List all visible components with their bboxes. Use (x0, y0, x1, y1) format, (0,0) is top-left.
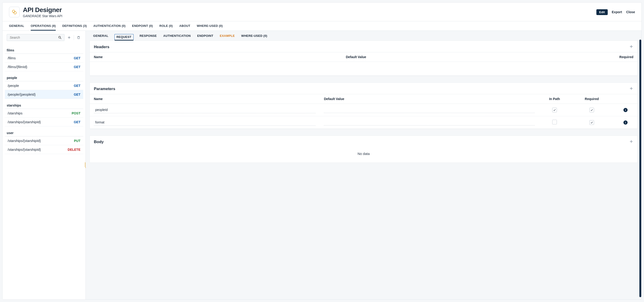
operation-path: /films (8, 56, 16, 60)
body-nodata: No data (90, 147, 638, 163)
operation-item[interactable]: /films GET (5, 54, 83, 63)
subtab-request[interactable]: REQUEST (114, 34, 134, 41)
svg-line-3 (60, 38, 61, 39)
tab-endpoint[interactable]: ENDPOINT (0) (132, 21, 153, 31)
add-operation-button[interactable] (66, 35, 72, 40)
svg-point-1 (14, 12, 16, 14)
col-inpath: In Path (539, 94, 570, 104)
col-info (614, 94, 638, 104)
body-card-header: Body (90, 136, 638, 147)
operation-method: DELETE (68, 148, 80, 152)
headers-empty (90, 62, 638, 76)
add-parameter-button[interactable] (629, 86, 633, 91)
tab-definitions[interactable]: DEFINITIONS (3) (62, 21, 87, 31)
operation-path: /films/{filmId} (8, 65, 27, 69)
subtab-authentication[interactable]: AUTHENTICATION (163, 34, 191, 41)
operation-group: films (5, 46, 83, 54)
parameters-card-header: Parameters (90, 83, 638, 94)
headers-table: Name Default Value Required (90, 52, 638, 62)
col-required: Required (561, 52, 638, 62)
col-default: Default Value (320, 94, 539, 104)
page-subtitle: GANDRADE Star Wars API (23, 14, 62, 18)
operation-item[interactable]: /starships/{starshipId} PUT (5, 136, 83, 145)
delete-operation-button[interactable] (76, 35, 81, 40)
close-button[interactable]: Close (626, 10, 635, 14)
title-block: API Designer GANDRADE Star Wars API (23, 6, 62, 18)
svg-point-0 (12, 10, 15, 13)
param-default-input[interactable] (324, 119, 535, 125)
info-icon[interactable]: i (624, 120, 628, 125)
headers-card-header: Headers (90, 41, 638, 52)
search-input[interactable] (9, 34, 57, 41)
export-button[interactable]: Export (612, 10, 622, 14)
operation-path: /people (8, 84, 19, 88)
col-default: Default Value (342, 52, 561, 62)
headers-title: Headers (94, 45, 109, 49)
edit-button[interactable]: Edit (596, 9, 608, 15)
operation-item-selected[interactable]: /people/{peopleId} GET (5, 90, 83, 99)
top-tabs: GENERAL OPERATIONS (8) DEFINITIONS (3) A… (2, 21, 642, 31)
parameters-card: Parameters Name Default Value In Path Re… (90, 82, 638, 129)
required-checkbox[interactable] (590, 120, 594, 125)
operations-list[interactable]: films /films GET /films/{filmId} GET peo… (2, 43, 86, 299)
subtab-where-used[interactable]: WHERE-USED (0) (241, 34, 268, 41)
operation-method: POST (72, 111, 80, 115)
operation-path: /starships/{starshipId} (8, 120, 41, 124)
operation-method: GET (74, 84, 80, 88)
operation-item[interactable]: /films/{filmId} GET (5, 63, 83, 71)
col-name: Name (90, 94, 320, 104)
parameter-row: peopleId (90, 104, 638, 116)
inpath-checkbox[interactable] (552, 108, 557, 112)
main-inner: GENERAL REQUEST RESPONSE AUTHENTICATION … (86, 31, 642, 179)
subtab-endpoint[interactable]: ENDPOINT (197, 34, 214, 41)
operation-method: PUT (74, 139, 80, 143)
main-scrollbar[interactable] (639, 31, 642, 299)
search-icon[interactable] (57, 35, 62, 40)
operation-group: people (5, 74, 83, 81)
app-logo (9, 7, 20, 17)
svg-point-2 (59, 36, 60, 38)
tab-operations[interactable]: OPERATIONS (8) (31, 21, 56, 31)
col-name: Name (90, 52, 342, 62)
tab-where-used[interactable]: WHERE-USED (0) (197, 21, 223, 31)
sidebar-toolbar (2, 31, 86, 43)
col-required: Required (570, 94, 614, 104)
operation-group: user (5, 129, 83, 136)
operation-item[interactable]: /starships/{starshipId} GET (5, 118, 83, 126)
operation-item[interactable]: /people GET (5, 81, 83, 90)
add-header-button[interactable] (629, 45, 633, 49)
operation-path: /starships (8, 111, 22, 115)
body-title: Body (94, 140, 104, 144)
page-header: API Designer GANDRADE Star Wars API Edit… (2, 3, 642, 21)
subtab-example[interactable]: EXAMPLE (219, 34, 235, 41)
operation-sub-tabs: GENERAL REQUEST RESPONSE AUTHENTICATION … (86, 31, 642, 41)
param-name-input[interactable]: format (94, 119, 316, 126)
header-left: API Designer GANDRADE Star Wars API (9, 6, 62, 18)
scrollbar-thumb[interactable] (640, 40, 641, 297)
operation-method: GET (74, 56, 80, 60)
tab-general[interactable]: GENERAL (9, 21, 24, 31)
tab-about[interactable]: ABOUT (180, 21, 190, 31)
subtab-general[interactable]: GENERAL (93, 34, 109, 41)
parameter-row: format i (90, 116, 638, 129)
required-checkbox[interactable] (590, 108, 594, 112)
operation-method: GET (74, 120, 80, 124)
search-wrap (7, 34, 64, 41)
operation-item[interactable]: /starships/{starshipId} DELETE (5, 145, 83, 154)
tab-role[interactable]: ROLE (0) (159, 21, 173, 31)
info-icon[interactable]: i (624, 108, 628, 112)
operation-path: /people/{peopleId} (8, 92, 36, 96)
operation-method: GET (74, 93, 80, 96)
operation-path: /starships/{starshipId} (8, 147, 41, 152)
operations-sidebar: films /films GET /films/{filmId} GET peo… (2, 31, 86, 299)
subtab-response[interactable]: RESPONSE (139, 34, 158, 41)
inpath-checkbox[interactable] (552, 120, 557, 124)
main-panel[interactable]: GENERAL REQUEST RESPONSE AUTHENTICATION … (86, 31, 642, 299)
body: films /films GET /films/{filmId} GET peo… (2, 31, 642, 299)
param-default-input[interactable] (324, 107, 535, 113)
tab-authentication[interactable]: AUTHENTICATION (0) (94, 21, 126, 31)
add-body-button[interactable] (629, 139, 633, 144)
api-icon (11, 9, 17, 15)
operation-item[interactable]: /starships POST (5, 109, 83, 118)
param-name-input[interactable]: peopleId (94, 106, 316, 113)
